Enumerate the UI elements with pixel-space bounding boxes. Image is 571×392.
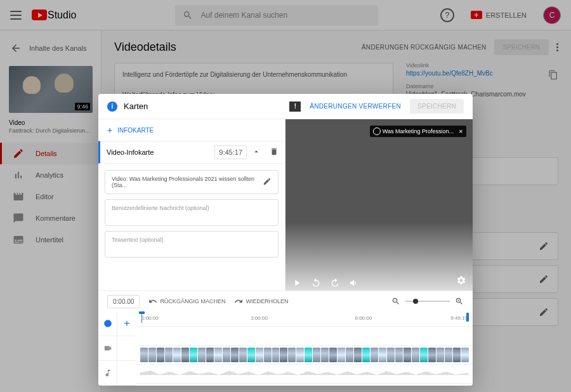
linked-video-field[interactable]: Video: Was Marketing Professionals 2021 … <box>105 170 279 194</box>
video-preview[interactable]: Was Marketing Profession... <box>286 119 473 291</box>
settings-icon[interactable] <box>456 275 466 288</box>
timeline-add-rail: + <box>117 311 136 386</box>
player-controls <box>292 278 359 288</box>
modal-save-button[interactable]: SPEICHERN <box>410 99 464 114</box>
undo-button[interactable]: RÜCKGÄNGIG MACHEN <box>148 297 225 306</box>
timeline-tracks[interactable]: 0:00:00 3:00:00 6:00:00 9:45:19 <box>136 311 473 386</box>
rewind-icon[interactable] <box>311 278 321 288</box>
audio-waveform-track[interactable] <box>136 365 473 384</box>
info-icon: i <box>107 101 117 112</box>
teaser-text-input[interactable]: Teasertext (optional) <box>105 231 279 258</box>
modal-discard-button[interactable]: ÄNDERUNGEN VERWERFEN <box>310 103 401 110</box>
edit-linked-video-button[interactable] <box>263 177 272 187</box>
cards-modal: i Karten ÄNDERUNGEN VERWERFEN SPEICHERN … <box>98 94 473 386</box>
modal-title: Karten <box>124 101 148 111</box>
card-editor-panel: + INFOKARTE Video-Infokarte 9:45:17 Vide… <box>98 119 286 291</box>
zoom-out-icon[interactable] <box>391 297 400 306</box>
add-infocard-button[interactable]: + INFOKARTE <box>98 119 285 141</box>
undo-icon <box>148 297 157 306</box>
card-marker[interactable] <box>466 313 469 322</box>
custom-message-input[interactable]: Benutzerdefinierte Nachricht (optional) <box>105 199 279 226</box>
video-frames-track[interactable] <box>136 346 473 365</box>
timeline-track-rail <box>98 311 117 386</box>
svg-point-0 <box>104 320 112 327</box>
zoom-slider[interactable] <box>405 301 450 302</box>
plus-icon: + <box>107 125 112 135</box>
add-card-to-timeline[interactable]: + <box>117 311 136 336</box>
card-preview-pill[interactable]: Was Marketing Profession... <box>370 126 466 137</box>
modal-header: i Karten ÄNDERUNGEN VERWERFEN SPEICHERN <box>98 94 473 119</box>
forward-icon[interactable] <box>330 278 340 288</box>
info-track-button[interactable] <box>98 311 117 336</box>
timeline: 0:00.00 RÜCKGÄNGIG MACHEN WIEDERHOLEN + <box>98 291 473 386</box>
current-time-input[interactable]: 0:00.00 <box>107 295 140 308</box>
play-icon[interactable] <box>292 278 302 288</box>
chevron-up-icon[interactable] <box>252 147 261 157</box>
feedback-icon[interactable] <box>289 101 301 112</box>
zoom-in-icon[interactable] <box>455 297 464 306</box>
card-track[interactable] <box>136 327 473 346</box>
delete-card-button[interactable] <box>270 147 279 157</box>
redo-icon <box>234 297 243 306</box>
card-time-input[interactable]: 9:45:17 <box>214 145 247 159</box>
timeline-ruler[interactable]: 0:00:00 3:00:00 6:00:00 9:45:19 <box>136 311 473 327</box>
audio-track-button[interactable] <box>98 361 117 386</box>
card-row[interactable]: Video-Infokarte 9:45:17 <box>98 141 285 164</box>
redo-button[interactable]: WIEDERHOLEN <box>234 297 288 306</box>
video-track-button[interactable] <box>98 336 117 361</box>
card-type-label: Video-Infokarte <box>107 148 154 156</box>
volume-icon[interactable] <box>349 278 359 288</box>
